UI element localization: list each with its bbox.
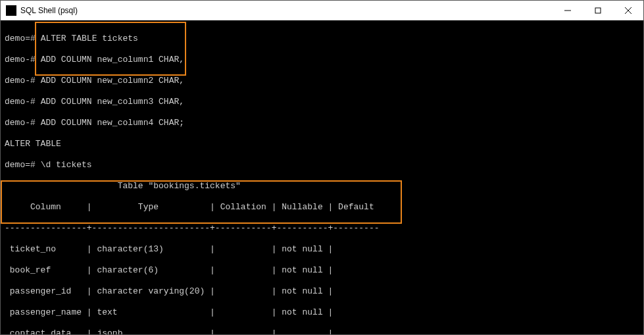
- response-line: ALTER TABLE: [5, 139, 639, 149]
- sql-line: ADD COLUMN new_column3 CHAR,: [41, 97, 184, 107]
- titlebar[interactable]: SQL Shell (psql): [1, 1, 643, 20]
- prompt: demo-#: [5, 118, 36, 128]
- table-header: Column | Type | Collation | Nullable | D…: [5, 202, 639, 213]
- maximize-button[interactable]: [583, 1, 613, 20]
- sql-line: ALTER TABLE tickets: [41, 34, 138, 43]
- svg-rect-1: [595, 8, 601, 13]
- prompt: demo-#: [5, 55, 36, 64]
- table-divider: ----------------+-----------------------…: [5, 223, 639, 234]
- close-button[interactable]: [613, 1, 643, 20]
- minimize-button[interactable]: [553, 1, 583, 20]
- table-row: passenger_id | character varying(20) | |…: [5, 286, 639, 297]
- window-controls: [553, 1, 643, 20]
- table-row: contact_data | jsonb | | |: [5, 328, 639, 334]
- prompt: demo=#: [5, 34, 36, 43]
- describe-command: \d tickets: [41, 160, 92, 170]
- sql-line: ADD COLUMN new_column1 CHAR,: [41, 55, 184, 64]
- prompt: demo-#: [5, 76, 36, 86]
- app-icon: [6, 5, 16, 16]
- prompt: demo-#: [5, 97, 36, 107]
- table-row: ticket_no | character(13) | | not null |: [5, 244, 639, 255]
- table-row: passenger_name | text | | not null |: [5, 307, 639, 318]
- table-row: book_ref | character(6) | | not null |: [5, 265, 639, 276]
- prompt: demo=#: [5, 160, 36, 170]
- highlight-box-sql: [35, 22, 186, 76]
- sql-line: ADD COLUMN new_column2 CHAR,: [41, 76, 184, 86]
- window-title: SQL Shell (psql): [20, 6, 553, 15]
- sql-line: ADD COLUMN new_column4 CHAR;: [41, 118, 184, 128]
- table-heading: Table "bookings.tickets": [5, 181, 639, 192]
- app-window: SQL Shell (psql) demo=# ALTER TABLE tick…: [0, 0, 644, 335]
- terminal-area[interactable]: demo=# ALTER TABLE tickets demo-# ADD CO…: [1, 20, 643, 334]
